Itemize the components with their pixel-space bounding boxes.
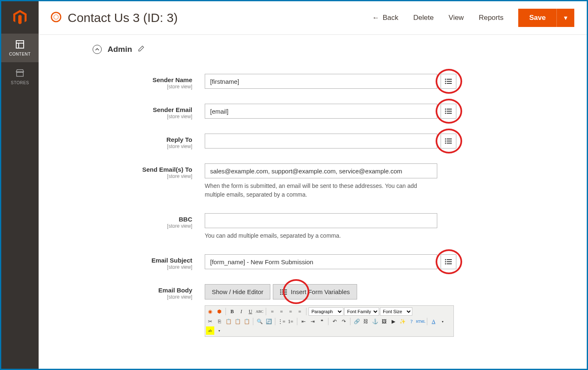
stores-icon [15,68,25,78]
delete-button[interactable]: Delete [413,14,434,22]
save-button[interactable]: Save [518,9,556,27]
align-left-icon[interactable]: ≡ [268,307,277,316]
font-size-select[interactable]: Font Size [380,307,412,316]
scope-label: [store view] [93,173,192,179]
svg-point-13 [445,111,446,112]
replace-icon[interactable]: 🔄 [265,317,273,326]
separator [225,308,226,315]
paragraph-select[interactable]: Paragraph [309,307,343,316]
sidebar-item-label: CONTENT [9,52,31,56]
svg-point-9 [445,83,446,84]
number-list-icon[interactable]: 1≡ [287,317,295,326]
separator [253,318,253,325]
sender-email-input[interactable] [205,104,437,119]
svg-point-25 [445,261,446,263]
svg-rect-12 [447,109,452,110]
scope-label: [store view] [93,223,192,229]
align-right-icon[interactable]: ≡ [287,307,295,316]
copy-icon[interactable]: ⎘ [215,317,223,326]
edit-section-button[interactable] [138,45,145,54]
sender-email-label: Sender Email [153,106,192,113]
scope-label: [store view] [93,144,192,149]
back-label: Back [382,14,398,22]
svg-point-15 [445,113,446,114]
paste-icon[interactable]: 📋 [224,317,233,326]
view-button[interactable]: View [448,14,464,22]
anchor-icon[interactable]: ⚓ [371,317,379,326]
save-dropdown-toggle[interactable]: ▼ [556,9,574,27]
paste-word-icon[interactable]: 📋 [243,317,251,326]
unlink-icon[interactable]: ⛓ [362,317,370,326]
back-button[interactable]: ← Back [372,14,398,22]
svg-point-19 [445,141,446,142]
italic-icon[interactable]: I [237,307,245,316]
reply-to-input[interactable] [205,134,437,148]
link-icon[interactable]: 🔗 [353,317,361,326]
svg-point-4 [54,15,58,19]
paste-text-icon[interactable]: 📋 [233,317,242,326]
outdent-icon[interactable]: ⇤ [299,317,308,326]
separator [350,318,350,325]
sidebar-item-content[interactable]: CONTENT [1,34,39,62]
svg-point-17 [445,139,446,140]
svg-rect-20 [447,141,452,141]
svg-point-33 [280,293,282,295]
send-to-input[interactable] [205,163,437,178]
caret-down-icon[interactable]: ▾ [439,317,447,326]
send-to-label: Send Email(s) To [142,166,192,173]
svg-rect-10 [447,83,452,84]
underline-icon[interactable]: U [246,307,255,316]
cut-icon[interactable]: ✂ [206,317,214,326]
redo-icon[interactable]: ↷ [340,317,348,326]
find-icon[interactable]: 🔍 [255,317,264,326]
svg-point-27 [445,263,446,265]
undo-icon[interactable]: ↶ [331,317,339,326]
collapse-toggle[interactable] [93,45,102,54]
cleanup-icon[interactable]: ✨ [398,317,407,326]
variable-icon[interactable]: ⬢ [215,307,223,316]
svg-rect-18 [447,139,452,139]
insert-form-variables-button[interactable]: Insert Form Variables [273,284,357,299]
caret-down-icon[interactable]: ▾ [215,326,223,335]
widget-icon[interactable]: ◉ [206,307,214,316]
scope-label: [store view] [93,84,192,90]
subject-input[interactable] [205,254,437,269]
svg-rect-28 [447,263,452,264]
insert-variable-button[interactable] [441,134,456,148]
text-color-icon[interactable]: A [429,317,438,326]
svg-rect-6 [447,79,452,80]
page-title: Contact Us 3 (ID: 3) [68,11,178,25]
insert-variable-button[interactable] [441,104,456,119]
help-icon[interactable]: ? [407,317,416,326]
bcc-input[interactable] [205,213,437,228]
separator [427,318,427,325]
toggle-editor-button[interactable]: Show / Hide Editor [205,284,270,299]
font-family-select[interactable]: Font Family [344,307,379,316]
bullet-list-icon[interactable]: ⋮≡ [277,317,286,326]
body-label: Email Body [158,287,192,294]
subject-label: Email Subject [152,257,192,264]
svg-rect-26 [447,261,452,262]
align-justify-icon[interactable]: ≡ [296,307,304,316]
media-icon[interactable]: ▶ [389,317,397,326]
insert-variable-button[interactable] [441,74,456,89]
svg-point-21 [445,143,446,144]
list-icon [445,78,452,84]
scope-label: [store view] [93,114,192,119]
sidebar-item-stores[interactable]: STORES [1,62,39,91]
bg-color-icon[interactable]: ab [206,326,214,335]
svg-point-5 [445,79,446,80]
align-center-icon[interactable]: ≡ [277,307,286,316]
image-icon[interactable]: 🖼 [380,317,388,326]
reports-button[interactable]: Reports [479,14,504,22]
caret-down-icon: ▼ [563,15,568,21]
html-icon[interactable]: HTML [416,317,425,326]
magento-logo[interactable] [1,1,39,34]
blockquote-icon[interactable]: ❝ [318,317,326,326]
bold-icon[interactable]: B [228,307,236,316]
insert-variable-button[interactable] [441,254,456,269]
indent-icon[interactable]: ⇥ [309,317,317,326]
strike-icon[interactable]: ABC [255,307,264,316]
list-icon [445,259,452,265]
sender-name-input[interactable] [205,74,437,89]
